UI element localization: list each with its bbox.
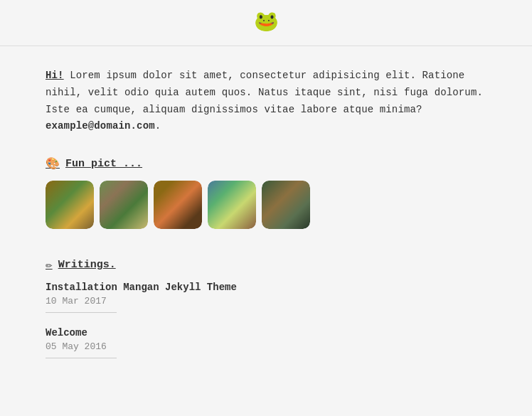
main-content: Hi! Lorem ipsum dolor sit amet, consecte… bbox=[17, 46, 515, 394]
gallery-image-5[interactable] bbox=[262, 181, 310, 229]
intro-body: Lorem ipsum dolor sit amet, consectetur … bbox=[46, 70, 483, 115]
gallery-img-placeholder-2 bbox=[100, 181, 148, 229]
gallery-icon: 🎨 bbox=[46, 156, 60, 171]
gallery-title-text: Fun pict ... bbox=[65, 158, 142, 170]
intro-email[interactable]: example@domain.com bbox=[46, 120, 155, 132]
gallery-section: 🎨 Fun pict ... bbox=[46, 156, 486, 229]
gallery-image-4[interactable] bbox=[208, 181, 256, 229]
writings-icon: ✏️ bbox=[46, 257, 53, 272]
post-divider-2 bbox=[46, 358, 117, 358]
intro-email-suffix: . bbox=[155, 120, 161, 132]
writings-title-text: Writings. bbox=[58, 259, 116, 271]
gallery-img-placeholder-3 bbox=[154, 181, 202, 229]
gallery-img-placeholder-5 bbox=[262, 181, 310, 229]
blog-post-1: Installation Mangan Jekyll Theme 10 Mar … bbox=[46, 282, 486, 313]
gallery-image-3[interactable] bbox=[154, 181, 202, 229]
blog-post-2: Welcome 05 May 2016 bbox=[46, 327, 486, 358]
site-logo-icon: 🐸 bbox=[254, 13, 279, 33]
intro-hi: Hi! bbox=[46, 70, 64, 81]
post-divider-1 bbox=[46, 312, 117, 313]
writings-section-title: ✏️ Writings. bbox=[46, 257, 486, 272]
writings-section: ✏️ Writings. Installation Mangan Jekyll … bbox=[46, 257, 486, 358]
gallery-image-1[interactable] bbox=[46, 181, 94, 229]
intro-paragraph: Hi! Lorem ipsum dolor sit amet, consecte… bbox=[46, 68, 486, 135]
site-header: 🐸 bbox=[0, 0, 532, 46]
gallery-img-placeholder-4 bbox=[208, 181, 256, 229]
post-title-2[interactable]: Welcome bbox=[46, 327, 486, 338]
image-gallery bbox=[46, 181, 486, 229]
post-date-1: 10 Mar 2017 bbox=[46, 296, 486, 306]
gallery-image-2[interactable] bbox=[100, 181, 148, 229]
gallery-img-placeholder-1 bbox=[46, 181, 94, 229]
post-date-2: 05 May 2016 bbox=[46, 341, 486, 352]
post-title-1[interactable]: Installation Mangan Jekyll Theme bbox=[46, 282, 486, 293]
gallery-section-title: 🎨 Fun pict ... bbox=[46, 156, 486, 171]
